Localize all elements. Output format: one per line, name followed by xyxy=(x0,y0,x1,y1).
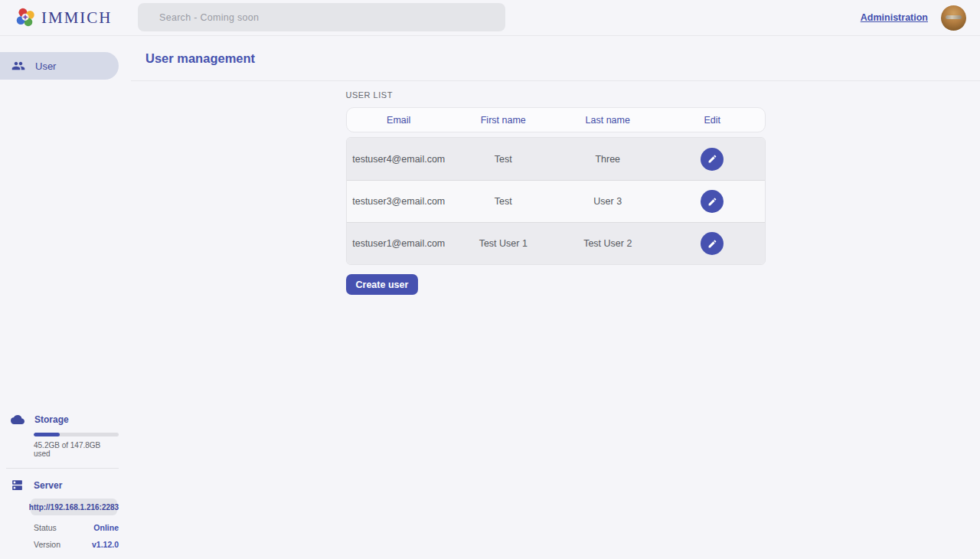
column-header-last-name: Last name xyxy=(556,115,661,126)
brand-name: IMMICH xyxy=(41,8,113,28)
status-label: Status xyxy=(34,523,57,532)
storage-section: Storage 45.2GB of 147.8GB used xyxy=(0,413,119,458)
sidebar-item-user[interactable]: User xyxy=(0,52,119,80)
table-header: Email First name Last name Edit xyxy=(346,107,766,132)
server-title: Server xyxy=(34,480,62,491)
cell-first-name: Test xyxy=(451,196,556,207)
page-title-bar: User management xyxy=(131,36,980,81)
cloud-icon xyxy=(11,413,24,427)
pencil-icon xyxy=(707,154,717,164)
top-bar: IMMICH Administration xyxy=(0,0,980,36)
cell-last-name: User 3 xyxy=(556,196,661,207)
administration-link[interactable]: Administration xyxy=(861,12,928,23)
status-value: Online xyxy=(93,523,119,532)
pencil-icon xyxy=(707,239,717,249)
server-status-row: Status Online xyxy=(34,523,119,532)
sidebar-divider xyxy=(6,468,119,469)
sidebar-item-label: User xyxy=(35,60,56,72)
storage-usage-text: 45.2GB of 147.8GB used xyxy=(34,441,119,458)
table-row: testuser3@email.com Test User 3 xyxy=(347,180,765,222)
server-url-chip: http://192.168.1.216:2283 xyxy=(31,499,117,515)
brand[interactable]: IMMICH xyxy=(0,7,113,29)
server-icon xyxy=(11,479,24,492)
cell-email: testuser4@email.com xyxy=(347,154,452,165)
cell-last-name: Test User 2 xyxy=(556,238,661,249)
storage-title: Storage xyxy=(34,414,69,425)
storage-progress-fill xyxy=(34,433,60,436)
sidebar-status-panel: Storage 45.2GB of 147.8GB used xyxy=(0,413,119,549)
avatar[interactable] xyxy=(941,5,966,31)
sidebar: User Storage 45.2GB of 147.8GB xyxy=(0,36,131,559)
storage-progress-bar xyxy=(34,433,119,436)
server-version-row: Version v1.12.0 xyxy=(34,540,119,549)
page-title: User management xyxy=(145,51,255,66)
edit-user-button[interactable] xyxy=(701,148,724,171)
layout: User Storage 45.2GB of 147.8GB xyxy=(0,36,980,559)
edit-user-button[interactable] xyxy=(701,232,724,255)
user-list-panel: USER LIST Email First name Last name Edi… xyxy=(346,81,766,295)
main-area: User management USER LIST Email First na… xyxy=(131,36,980,559)
cell-first-name: Test User 1 xyxy=(451,238,556,249)
version-value: v1.12.0 xyxy=(92,540,119,549)
table-row: testuser4@email.com Test Three xyxy=(347,138,765,180)
server-section: Server http://192.168.1.216:2283 Status … xyxy=(0,479,119,549)
cell-last-name: Three xyxy=(556,154,661,165)
create-user-button[interactable]: Create user xyxy=(346,274,419,295)
search-input[interactable] xyxy=(138,3,505,31)
immich-logo-icon xyxy=(15,7,35,29)
table-body: testuser4@email.com Test Three xyxy=(346,137,766,265)
users-icon xyxy=(11,59,25,73)
cell-first-name: Test xyxy=(451,154,556,165)
top-bar-right: Administration xyxy=(861,5,980,31)
version-label: Version xyxy=(34,540,60,549)
table-row: testuser1@email.com Test User 1 Test Use… xyxy=(347,222,765,264)
search-bar xyxy=(138,3,505,31)
cell-email: testuser3@email.com xyxy=(347,196,452,207)
pencil-icon xyxy=(707,197,717,207)
column-header-edit: Edit xyxy=(660,115,765,126)
edit-user-button[interactable] xyxy=(701,190,724,213)
column-header-first-name: First name xyxy=(451,115,556,126)
user-list-label: USER LIST xyxy=(346,90,766,100)
cell-email: testuser1@email.com xyxy=(347,238,452,249)
column-header-email: Email xyxy=(347,115,452,126)
